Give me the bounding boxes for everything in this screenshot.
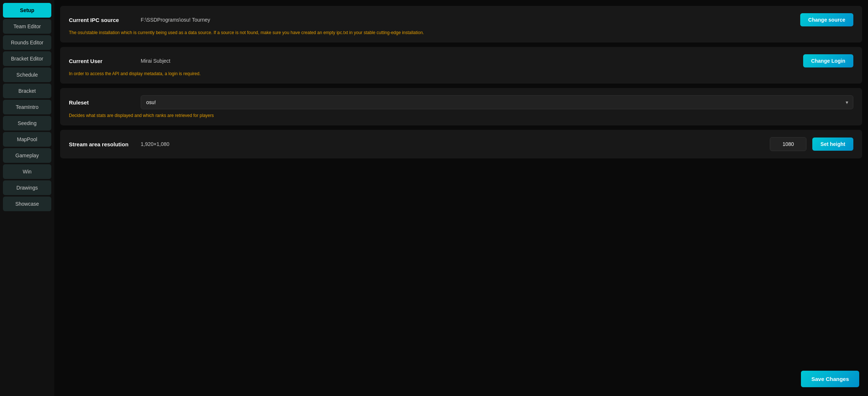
current-user-value: Mirai Subject (141, 58, 170, 64)
stream-resolution-value: 1,920×1,080 (141, 141, 169, 147)
main-content: Current IPC source F:\SSDPrograms\osu! T… (54, 0, 868, 396)
sidebar-item-bracket[interactable]: Bracket (3, 84, 51, 98)
stream-resolution-card: Stream area resolution 1,920×1,080 Set h… (60, 130, 862, 158)
stream-height-input[interactable] (770, 137, 806, 151)
sidebar-item-team-editor[interactable]: Team Editor (3, 19, 51, 34)
ipc-source-card: Current IPC source F:\SSDPrograms\osu! T… (60, 6, 862, 43)
ipc-source-value: F:\SSDPrograms\osu! Tourney (141, 17, 210, 23)
ruleset-select-wrapper: osu! taiko catch mania (141, 95, 853, 109)
ruleset-select[interactable]: osu! taiko catch mania (141, 95, 853, 109)
sidebar: Setup Team Editor Rounds Editor Bracket … (0, 0, 54, 396)
ruleset-card: Ruleset osu! taiko catch mania Decides w… (60, 88, 862, 125)
ruleset-warning: Decides what stats are displayed and whi… (69, 113, 853, 118)
sidebar-item-bracket-editor[interactable]: Bracket Editor (3, 51, 51, 66)
sidebar-item-drawings[interactable]: Drawings (3, 180, 51, 195)
save-changes-button[interactable]: Save Changes (801, 371, 859, 387)
sidebar-item-setup[interactable]: Setup (3, 3, 51, 18)
sidebar-item-rounds-editor[interactable]: Rounds Editor (3, 35, 51, 50)
current-user-label: Current User (69, 58, 135, 64)
ipc-source-warning: The osu!stable installation which is cur… (69, 30, 853, 35)
change-login-button[interactable]: Change Login (803, 54, 853, 67)
sidebar-item-schedule[interactable]: Schedule (3, 67, 51, 82)
sidebar-item-showcase[interactable]: Showcase (3, 197, 51, 211)
sidebar-item-win[interactable]: Win (3, 164, 51, 179)
sidebar-item-seeding[interactable]: Seeding (3, 116, 51, 131)
set-height-button[interactable]: Set height (812, 138, 853, 151)
ipc-source-label: Current IPC source (69, 17, 135, 23)
sidebar-item-mappool[interactable]: MapPool (3, 132, 51, 147)
sidebar-item-gameplay[interactable]: Gameplay (3, 148, 51, 163)
ruleset-label: Ruleset (69, 99, 135, 106)
change-source-button[interactable]: Change source (800, 13, 853, 26)
stream-resolution-label: Stream area resolution (69, 141, 135, 147)
current-user-warning: In order to access the API and display m… (69, 71, 853, 76)
sidebar-item-teamintro[interactable]: TeamIntro (3, 100, 51, 114)
current-user-card: Current User Mirai Subject Change Login … (60, 47, 862, 84)
save-changes-wrapper: Save Changes (801, 371, 859, 387)
